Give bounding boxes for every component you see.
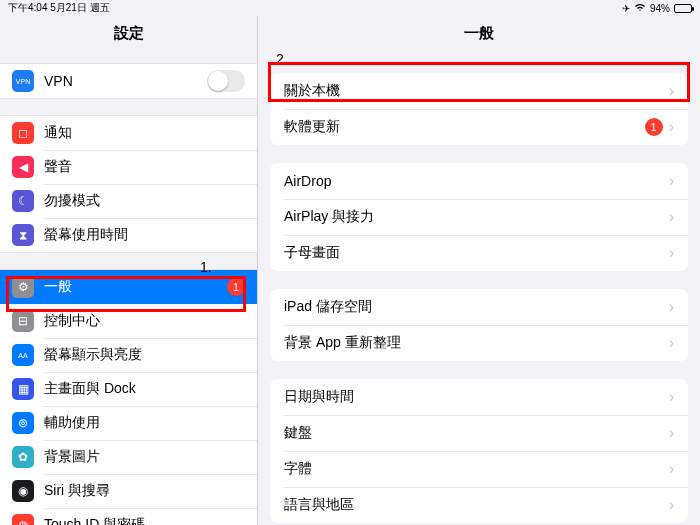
detail-item-datetime[interactable]: 日期與時間›	[270, 379, 688, 415]
accessibility-icon: ⊚	[12, 412, 34, 434]
detail-item-label: 子母畫面	[284, 244, 663, 262]
sidebar-item-display[interactable]: AA螢幕顯示與亮度	[0, 338, 257, 372]
sidebar-item-label: 通知	[44, 124, 245, 142]
sidebar-item-label: 螢幕使用時間	[44, 226, 245, 244]
sidebar-item-dnd[interactable]: ☾勿擾模式	[0, 184, 257, 218]
chevron-right-icon: ›	[669, 496, 674, 514]
chevron-right-icon: ›	[669, 388, 674, 406]
detail-item-pip[interactable]: 子母畫面›	[270, 235, 688, 271]
battery-icon	[674, 4, 692, 13]
chevron-right-icon: ›	[669, 244, 674, 262]
sound-icon: ◀	[12, 156, 34, 178]
detail-item-label: iPad 儲存空間	[284, 298, 663, 316]
touchid-icon: ◍	[12, 514, 34, 525]
sidebar-item-label: Touch ID 與密碼	[44, 516, 245, 525]
detail-item-keyboard[interactable]: 鍵盤›	[270, 415, 688, 451]
sidebar-item-touchid[interactable]: ◍Touch ID 與密碼	[0, 508, 257, 525]
sidebar-item-siri[interactable]: ◉Siri 與搜尋	[0, 474, 257, 508]
chevron-right-icon: ›	[669, 298, 674, 316]
detail-item-label: 鍵盤	[284, 424, 663, 442]
detail-item-fonts[interactable]: 字體›	[270, 451, 688, 487]
chevron-right-icon: ›	[669, 118, 674, 136]
home-icon: ▦	[12, 378, 34, 400]
status-bar: 下午4:04 5月21日 週五 ✈ 94%	[0, 0, 700, 16]
display-icon: AA	[12, 344, 34, 366]
general-icon: ⚙	[12, 276, 34, 298]
detail-title: 一般	[258, 16, 700, 53]
notifications-icon: ◻	[12, 122, 34, 144]
status-right: ✈ 94%	[622, 3, 692, 14]
chevron-right-icon: ›	[669, 208, 674, 226]
detail-item-airdrop[interactable]: AirDrop›	[270, 163, 688, 199]
sidebar-item-accessibility[interactable]: ⊚輔助使用	[0, 406, 257, 440]
detail-item-about[interactable]: 關於本機›	[270, 73, 688, 109]
sidebar-item-vpn[interactable]: VPNVPN	[0, 64, 257, 98]
badge: 1	[227, 278, 245, 296]
detail-item-label: 字體	[284, 460, 663, 478]
dnd-icon: ☾	[12, 190, 34, 212]
sidebar-item-screentime[interactable]: ⧗螢幕使用時間	[0, 218, 257, 252]
battery-pct: 94%	[650, 3, 670, 14]
detail-item-software-update[interactable]: 軟體更新1›	[270, 109, 688, 145]
detail-item-label: 背景 App 重新整理	[284, 334, 663, 352]
sidebar-item-label: 控制中心	[44, 312, 245, 330]
detail-item-label: AirPlay 與接力	[284, 208, 663, 226]
control-center-icon: ⊟	[12, 310, 34, 332]
sidebar-item-label: 輔助使用	[44, 414, 245, 432]
siri-icon: ◉	[12, 480, 34, 502]
screentime-icon: ⧗	[12, 224, 34, 246]
detail-item-bg-refresh[interactable]: 背景 App 重新整理›	[270, 325, 688, 361]
sidebar-item-label: Siri 與搜尋	[44, 482, 245, 500]
sidebar-item-sound[interactable]: ◀聲音	[0, 150, 257, 184]
annotation-label-2: 2.	[276, 51, 700, 67]
detail-item-language[interactable]: 語言與地區›	[270, 487, 688, 523]
sidebar-item-label: 主畫面與 Dock	[44, 380, 245, 398]
badge: 1	[645, 118, 663, 136]
chevron-right-icon: ›	[669, 460, 674, 478]
vpn-toggle[interactable]	[207, 70, 245, 92]
detail-item-label: 語言與地區	[284, 496, 663, 514]
detail-item-storage[interactable]: iPad 儲存空間›	[270, 289, 688, 325]
sidebar-item-label: VPN	[44, 73, 207, 89]
sidebar-item-wallpaper[interactable]: ✿背景圖片	[0, 440, 257, 474]
chevron-right-icon: ›	[669, 82, 674, 100]
wallpaper-icon: ✿	[12, 446, 34, 468]
chevron-right-icon: ›	[669, 334, 674, 352]
sidebar-title: 設定	[0, 16, 257, 53]
sidebar-item-notifications[interactable]: ◻通知	[0, 116, 257, 150]
sidebar: 設定 VPNVPN◻通知◀聲音☾勿擾模式⧗螢幕使用時間⚙一般1⊟控制中心AA螢幕…	[0, 16, 258, 525]
annotation-label-1: 1.	[200, 259, 212, 275]
sidebar-item-label: 螢幕顯示與亮度	[44, 346, 245, 364]
detail-item-label: 軟體更新	[284, 118, 645, 136]
sidebar-item-label: 勿擾模式	[44, 192, 245, 210]
sidebar-item-control-center[interactable]: ⊟控制中心	[0, 304, 257, 338]
detail-item-airplay[interactable]: AirPlay 與接力›	[270, 199, 688, 235]
detail-item-label: 日期與時間	[284, 388, 663, 406]
wifi-icon	[634, 3, 646, 14]
sidebar-item-home[interactable]: ▦主畫面與 Dock	[0, 372, 257, 406]
vpn-icon: VPN	[12, 70, 34, 92]
detail-pane: 一般 2. 關於本機›軟體更新1›AirDrop›AirPlay 與接力›子母畫…	[258, 16, 700, 525]
chevron-right-icon: ›	[669, 172, 674, 190]
chevron-right-icon: ›	[669, 424, 674, 442]
sidebar-item-general[interactable]: ⚙一般1	[0, 270, 257, 304]
sidebar-item-label: 背景圖片	[44, 448, 245, 466]
sidebar-item-label: 一般	[44, 278, 227, 296]
airplane-icon: ✈	[622, 3, 630, 14]
detail-item-label: 關於本機	[284, 82, 663, 100]
sidebar-item-label: 聲音	[44, 158, 245, 176]
status-time: 下午4:04 5月21日 週五	[8, 1, 110, 15]
detail-item-label: AirDrop	[284, 173, 663, 189]
